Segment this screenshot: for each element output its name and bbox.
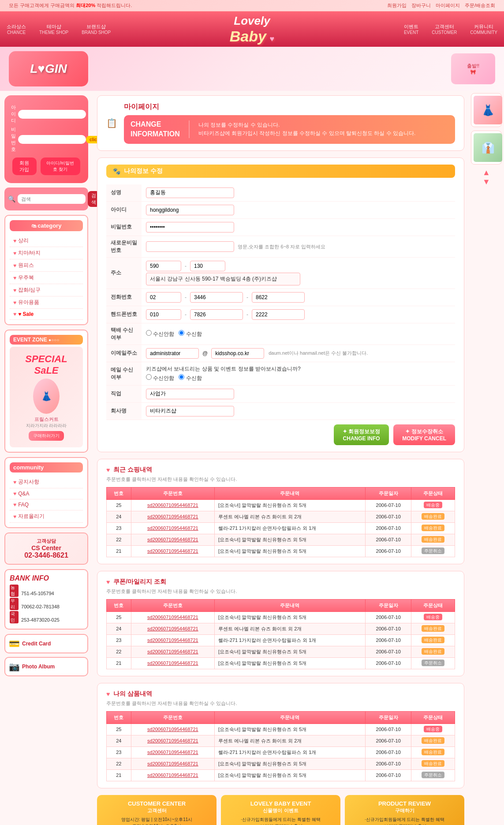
community-item-faq[interactable]: FAQ bbox=[10, 499, 83, 510]
nav-mypage[interactable]: 마이페이지 bbox=[436, 3, 460, 8]
cell-orderNo[interactable]: sd20060710954468721 bbox=[131, 634, 214, 646]
table-row[interactable]: 24 sd20060710954468721 루센트 에나멜 리본 슈즈 화이트… bbox=[107, 511, 455, 522]
nav-cart[interactable]: 장바구니 bbox=[411, 3, 431, 8]
delivery-yes-label[interactable]: 수신함 bbox=[179, 330, 202, 338]
nav-item-brand[interactable]: 브랜드샵 BRAND SHOP bbox=[75, 23, 117, 35]
scroll-up-btn[interactable]: ▲ bbox=[471, 168, 502, 177]
cell-orderNo[interactable]: sd20060710954468721 bbox=[131, 499, 214, 511]
email-hint: daum.net이나 hanmail.net은 수신 불가합니다. bbox=[269, 350, 368, 356]
nav-order[interactable]: 주문/배송조회 bbox=[465, 3, 495, 8]
label-mail: 메일 수신여부 bbox=[106, 362, 142, 385]
delivery-no-radio[interactable] bbox=[146, 330, 152, 336]
delivery-no-label[interactable]: 수신안함 bbox=[146, 330, 174, 338]
mail-no-label[interactable]: 수신안함 bbox=[146, 374, 174, 382]
banner-customer[interactable]: CUSTOMER CENTER고객센터 영업시간: 평일 | 오전10시~오후1… bbox=[97, 795, 217, 825]
mail-yes-radio[interactable] bbox=[179, 374, 184, 380]
input-email-user[interactable] bbox=[146, 348, 199, 359]
input-email-domain[interactable] bbox=[211, 348, 264, 359]
category-item-skirt[interactable]: 치마/바지 bbox=[10, 247, 83, 259]
cell-orderNo[interactable]: sd20060710954468721 bbox=[131, 758, 214, 769]
category-item-baby[interactable]: 유아용품 bbox=[10, 296, 83, 309]
table-row[interactable]: 25 sd20060710954468721 [요조숙녀] 깔깍발랄 최신유행슈… bbox=[107, 499, 455, 511]
category-item-accessories[interactable]: 잡화/심구 bbox=[10, 284, 83, 296]
cell-item: 쎌라-271 1가지칼러 순면자수탑필파스 외 1개 bbox=[215, 522, 366, 534]
scroll-down-btn[interactable]: ▼ bbox=[471, 177, 502, 187]
table-row[interactable]: 23 sd20060710954468721 쎌라-271 1가지칼러 순면자수… bbox=[107, 746, 455, 758]
cell-orderNo[interactable]: sd20060710954468721 bbox=[131, 769, 214, 781]
recent-orders-header: 번호 주문번호 주문내역 주문일자 주문상태 bbox=[107, 487, 455, 499]
cancel-btn[interactable]: ✦ 정보수장취소MODIFY CANCEL bbox=[393, 424, 455, 445]
banner-review[interactable]: PRODUCT REVIEW구매하기 ·신규가입회원들에게 드리는 특별한 혜택… bbox=[345, 795, 464, 825]
input-tel1[interactable] bbox=[146, 292, 181, 303]
table-row[interactable]: 21 sd20060710954468721 [요조숙녀] 깔깍발랄 최신유행슈… bbox=[107, 657, 455, 669]
delivery-yes-radio[interactable] bbox=[179, 330, 184, 336]
login-id-input[interactable] bbox=[18, 110, 86, 119]
table-row[interactable]: 25 sd20060710954468721 [요조숙녀] 깔깍발랄 최신유행슈… bbox=[107, 611, 455, 623]
nav-item-chance[interactable]: 소라상스 CHANCE bbox=[0, 23, 33, 35]
table-row[interactable]: 23 sd20060710954468721 쎌라-271 1가지칼러 순면자수… bbox=[107, 522, 455, 534]
form-row-address: 주소 - 서울시 강남구 신사동 590-17 백승빌딩 4층 (주)키즈샵 bbox=[106, 257, 455, 289]
cell-orderNo[interactable]: sd20060710954468721 bbox=[131, 522, 214, 534]
cell-orderNo[interactable]: sd20060710954468721 bbox=[131, 657, 214, 669]
cell-orderNo[interactable]: sd20060710954468721 bbox=[131, 646, 214, 657]
nav-item-customer[interactable]: 고객센터 CUSTOMER bbox=[425, 23, 463, 35]
cell-orderNo[interactable]: sd20060710954468721 bbox=[131, 735, 214, 746]
cell-orderNo[interactable]: sd20060710954468721 bbox=[131, 534, 214, 545]
category-item-shirts[interactable]: 상리 bbox=[10, 235, 83, 247]
input-mobile2[interactable] bbox=[190, 309, 243, 320]
cell-orderNo[interactable]: sd20060710954468721 bbox=[131, 511, 214, 522]
table-row[interactable]: 21 sd20060710954468721 [요조숙녀] 깔깍발랄 최신유행슈… bbox=[107, 769, 455, 781]
table-row[interactable]: 24 sd20060710954468721 루센트 에나멜 리본 슈즈 화이트… bbox=[107, 735, 455, 746]
mail-no-radio[interactable] bbox=[146, 374, 152, 380]
find-id-pw-btn[interactable]: 아이디/비밀번호 찾기 bbox=[41, 158, 80, 175]
input-tel2[interactable] bbox=[190, 292, 243, 303]
cell-item: 루센트 에나멜 리본 슈즈 화이트 외 2개 bbox=[215, 735, 366, 746]
mail-yes-label[interactable]: 수신함 bbox=[179, 374, 202, 382]
cell-orderNo[interactable]: sd20060710954468721 bbox=[131, 724, 214, 735]
login-pw-input[interactable] bbox=[18, 135, 86, 144]
my-posts-title: 나의 삼품내역 bbox=[106, 690, 455, 698]
input-new-pw[interactable] bbox=[146, 241, 234, 252]
input-job[interactable] bbox=[146, 389, 234, 399]
th-status2: 주문상태 bbox=[411, 599, 455, 611]
input-zip1[interactable] bbox=[146, 261, 181, 271]
product-thumb-1[interactable]: 👗 bbox=[471, 93, 502, 127]
category-item-jumpsuit[interactable]: 우주복 bbox=[10, 272, 83, 284]
table-row[interactable]: 25 sd20060710954468721 [요조숙녀] 깔깍발랄 최신유행슈… bbox=[107, 724, 455, 735]
category-item-sale[interactable]: ♥ Sale bbox=[10, 309, 83, 320]
nav-item-community[interactable]: 커뮤니티 COMMUNITY bbox=[463, 23, 504, 35]
join-btn[interactable]: 회원가입 bbox=[12, 158, 37, 175]
input-id[interactable] bbox=[146, 205, 234, 215]
nav-theme-sub: THEME SHOP bbox=[39, 30, 68, 35]
table-row[interactable]: 23 sd20060710954468721 쎌라-271 1가지칼러 순면자수… bbox=[107, 634, 455, 646]
category-item-dress[interactable]: 원피스 bbox=[10, 259, 83, 272]
cell-orderNo[interactable]: sd20060710954468721 bbox=[131, 623, 214, 634]
table-row[interactable]: 24 sd20060710954468721 루센트 에나멜 리본 슈즈 화이트… bbox=[107, 623, 455, 634]
input-company[interactable] bbox=[146, 406, 234, 416]
nav-item-event[interactable]: 이벤트 EVENT bbox=[397, 23, 425, 35]
community-item-notice[interactable]: 공지사항 bbox=[10, 476, 83, 488]
product-thumb-2[interactable]: 👔 bbox=[471, 131, 502, 165]
change-info-btn[interactable]: ✦ 회원정보보정CHANGE INFO bbox=[334, 424, 389, 445]
input-mobile1[interactable] bbox=[146, 309, 181, 320]
input-zip2[interactable] bbox=[190, 261, 225, 271]
cell-orderNo[interactable]: sd20060710954468721 bbox=[131, 545, 214, 557]
cell-orderNo[interactable]: sd20060710954468721 bbox=[131, 746, 214, 758]
zip-row: - bbox=[146, 261, 451, 271]
input-pw[interactable] bbox=[146, 222, 234, 232]
nav-item-theme[interactable]: 테마샵 THEME SHOP bbox=[33, 23, 75, 35]
table-row[interactable]: 22 sd20060710954468721 [요조숙녀] 깔깍발랄 최신유행슈… bbox=[107, 646, 455, 657]
community-item-files[interactable]: 자료올리기 bbox=[10, 510, 83, 523]
search-input[interactable] bbox=[18, 194, 86, 204]
table-row[interactable]: 22 sd20060710954468721 [요조숙녀] 깔깍발랄 최신유행슈… bbox=[107, 758, 455, 769]
table-row[interactable]: 21 sd20060710954468721 [요조숙녀] 깔깍발랄 최신유행슈… bbox=[107, 545, 455, 557]
nav-join[interactable]: 최원가입 bbox=[387, 3, 407, 8]
table-row[interactable]: 22 sd20060710954468721 [요조숙녀] 깔깍발랄 최신유행슈… bbox=[107, 534, 455, 545]
event-buy-btn[interactable]: 구매하러가기 bbox=[29, 431, 64, 441]
input-tel3[interactable] bbox=[252, 292, 305, 303]
community-item-qa[interactable]: Q&A bbox=[10, 488, 83, 499]
input-mobile3[interactable] bbox=[252, 309, 305, 320]
banner-event[interactable]: LOVELY BABY EVENT신물맹이 이벤트 ·신규가입회원들에게 드리는… bbox=[221, 795, 340, 825]
input-name[interactable] bbox=[146, 188, 234, 198]
cell-orderNo[interactable]: sd20060710954468721 bbox=[131, 611, 214, 623]
